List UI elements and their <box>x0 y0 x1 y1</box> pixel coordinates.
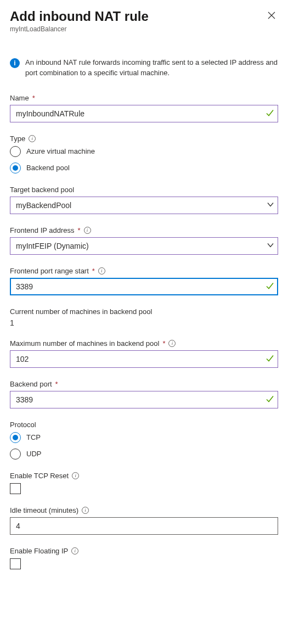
name-label: Name <box>10 94 29 102</box>
frontend-ip-value: myIntFEIP (Dynamic) <box>16 242 89 250</box>
current-machines-value: 1 <box>10 318 278 327</box>
tcp-reset-checkbox[interactable] <box>10 483 21 494</box>
close-button[interactable] <box>265 9 278 24</box>
max-machines-input[interactable] <box>10 350 278 368</box>
idle-timeout-input[interactable] <box>10 517 278 535</box>
protocol-radio-tcp[interactable]: TCP <box>10 432 278 443</box>
info-tooltip-icon[interactable]: i <box>71 547 78 555</box>
frontend-port-start-label: Frontend port range start <box>10 267 89 275</box>
type-radio-pool[interactable]: Backend pool <box>10 163 278 173</box>
protocol-udp-label: UDP <box>26 450 41 458</box>
backend-port-label: Backend port <box>10 380 52 388</box>
required-indicator: * <box>162 339 165 348</box>
current-machines-label: Current number of machines in backend po… <box>10 307 152 316</box>
protocol-tcp-label: TCP <box>26 433 41 441</box>
page-title: Add inbound NAT rule <box>10 9 149 24</box>
required-indicator: * <box>32 94 35 102</box>
info-tooltip-icon[interactable]: i <box>72 472 79 479</box>
radio-icon <box>10 163 21 173</box>
info-tooltip-icon[interactable]: i <box>84 227 91 234</box>
type-radio-vm[interactable]: Azure virtual machine <box>10 146 278 157</box>
type-radio-pool-label: Backend pool <box>26 164 70 172</box>
target-pool-select[interactable]: myBackendPool <box>10 197 278 214</box>
info-tooltip-icon[interactable]: i <box>168 340 176 347</box>
type-radio-vm-label: Azure virtual machine <box>26 147 95 155</box>
info-icon: i <box>10 58 20 68</box>
info-text: An inbound NAT rule forwards incoming tr… <box>25 58 278 79</box>
radio-icon <box>10 432 21 443</box>
target-pool-label: Target backend pool <box>10 186 74 194</box>
required-indicator: * <box>92 267 95 275</box>
name-input[interactable] <box>10 105 278 122</box>
frontend-ip-select[interactable]: myIntFEIP (Dynamic) <box>10 237 278 255</box>
floating-ip-checkbox[interactable] <box>10 558 21 569</box>
info-banner: i An inbound NAT rule forwards incoming … <box>10 58 278 79</box>
protocol-label: Protocol <box>10 421 36 429</box>
idle-timeout-label: Idle timeout (minutes) <box>10 506 78 514</box>
frontend-ip-label: Frontend IP address <box>10 226 75 234</box>
radio-icon <box>10 146 21 157</box>
radio-icon <box>10 449 21 460</box>
floating-ip-label: Enable Floating IP <box>10 547 68 555</box>
close-icon <box>267 11 276 20</box>
info-tooltip-icon[interactable]: i <box>82 507 89 514</box>
type-label: Type <box>10 135 25 143</box>
max-machines-label: Maximum number of machines in backend po… <box>10 339 159 348</box>
tcp-reset-label: Enable TCP Reset <box>10 472 69 480</box>
required-indicator: * <box>78 226 81 234</box>
page-subtitle: myIntLoadBalancer <box>10 25 149 33</box>
backend-port-input[interactable] <box>10 391 278 408</box>
info-tooltip-icon[interactable]: i <box>98 267 105 275</box>
target-pool-value: myBackendPool <box>16 201 71 210</box>
frontend-port-start-input[interactable] <box>10 278 278 295</box>
info-tooltip-icon[interactable]: i <box>29 135 36 142</box>
protocol-radio-udp[interactable]: UDP <box>10 449 278 460</box>
required-indicator: * <box>55 380 58 388</box>
